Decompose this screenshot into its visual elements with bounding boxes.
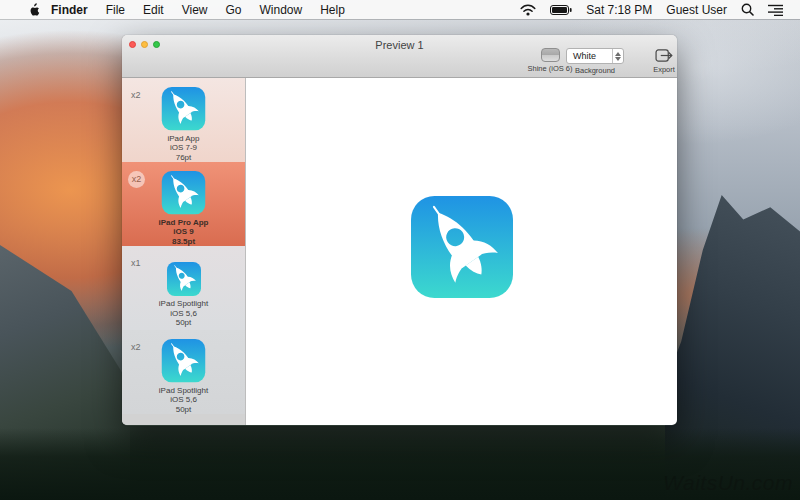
search-icon[interactable] xyxy=(734,3,761,16)
menu-user[interactable]: Guest User xyxy=(659,3,734,17)
multiplier-badge: x2 xyxy=(128,171,145,188)
item-caption: iPad Spotlight iOS 5,6 50pt xyxy=(159,386,208,415)
multiplier-badge: x1 xyxy=(131,258,141,268)
sidebar-empty-area xyxy=(122,414,245,425)
apple-menu[interactable] xyxy=(28,3,40,17)
menu-item-file[interactable]: File xyxy=(97,3,134,17)
rocket-thumbnail-icon xyxy=(161,87,206,131)
preview-canvas xyxy=(246,78,677,425)
item-caption: iPad Pro App iOS 9 83.5pt xyxy=(159,218,209,247)
battery-icon[interactable] xyxy=(543,5,579,15)
multiplier-badge: x2 xyxy=(131,90,141,100)
icon-size-sidebar: x2 iPad App iOS 7-9 76pt x2 iPad Pro App… xyxy=(122,78,246,425)
stepper-icon xyxy=(612,49,623,63)
watermark-text: WaitsUn.com xyxy=(663,471,793,495)
background-label: Background xyxy=(564,66,626,75)
export-button[interactable]: Export xyxy=(646,48,682,74)
sidebar-item-ipad-app[interactable]: x2 iPad App iOS 7-9 76pt xyxy=(122,78,245,162)
menu-clock[interactable]: Sat 7:18 PM xyxy=(579,3,659,17)
sidebar-item-ipad-spotlight-x2[interactable]: x2 iPad Spotlight iOS 5,6 50pt xyxy=(122,330,245,414)
export-label: Export xyxy=(646,65,682,74)
background-value: White xyxy=(567,51,612,61)
menu-item-go[interactable]: Go xyxy=(217,3,251,17)
rocket-thumbnail-icon xyxy=(161,339,206,383)
apple-icon xyxy=(28,3,40,17)
app-window: Preview 1 Shine (iOS 6) White Background… xyxy=(122,35,677,426)
rocket-thumbnail-icon xyxy=(161,171,206,215)
shine-icon xyxy=(541,48,560,62)
background-control: White Background xyxy=(564,48,626,75)
menu-item-edit[interactable]: Edit xyxy=(134,3,173,17)
multiplier-badge: x2 xyxy=(131,342,141,352)
menu-item-finder[interactable]: Finder xyxy=(42,3,97,17)
menu-item-help[interactable]: Help xyxy=(311,3,354,17)
item-caption: iPad App iOS 7-9 76pt xyxy=(167,134,199,163)
item-caption: iPad Spotlight iOS 5,6 50pt xyxy=(159,299,208,328)
menu-item-view[interactable]: View xyxy=(173,3,217,17)
sidebar-item-ipad-spotlight-x1[interactable]: x1 iPad Spotlight iOS 5,6 50pt xyxy=(122,246,245,330)
wifi-icon[interactable] xyxy=(513,4,543,16)
window-chrome: Preview 1 Shine (iOS 6) White Background… xyxy=(122,35,677,78)
rocket-preview-icon xyxy=(411,196,513,298)
menu-bar: Finder File Edit View Go Window Help Sat… xyxy=(0,0,800,19)
notification-center-icon[interactable] xyxy=(761,4,790,16)
background-dropdown[interactable]: White xyxy=(566,48,624,64)
rocket-thumbnail-icon xyxy=(167,262,201,296)
sidebar-item-ipad-pro-app[interactable]: x2 iPad Pro App iOS 9 83.5pt xyxy=(122,162,245,246)
menu-item-window[interactable]: Window xyxy=(251,3,312,17)
export-icon xyxy=(655,48,674,63)
